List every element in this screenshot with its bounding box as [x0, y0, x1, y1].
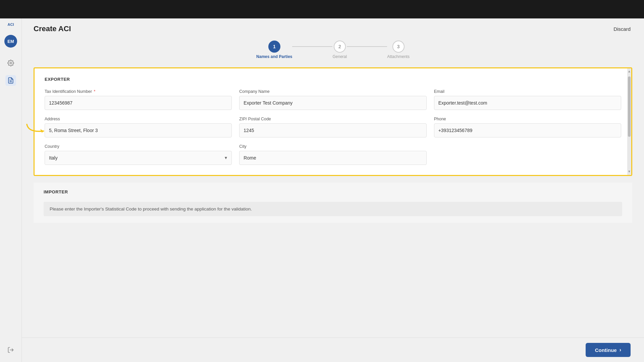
stepper: 1 Names and Parties 2 General 3 Attachme…	[22, 37, 644, 67]
zip-label: ZIP/ Postal Code	[239, 117, 426, 121]
discard-button[interactable]: Discard	[613, 26, 631, 32]
email-input[interactable]	[434, 96, 621, 110]
city-label: City	[239, 144, 426, 149]
sidebar-icon-settings[interactable]	[5, 58, 16, 68]
scrollbar-thumb	[628, 76, 631, 137]
company-name-group: Company Name	[239, 89, 426, 110]
step-1-circle: 1	[268, 41, 280, 53]
exporter-row-3: Country Italy France Germany Spain ▼	[45, 144, 621, 165]
phone-group: Phone	[434, 117, 621, 137]
tax-id-label: Tax Identification Number *	[45, 89, 232, 94]
step-3-circle: 3	[392, 41, 405, 53]
step-1[interactable]: 1 Names and Parties	[256, 41, 292, 59]
form-scroll-area: EXPORTER ▲ ▼ Tax Identification Number *	[22, 67, 644, 338]
email-group: Email	[434, 89, 621, 110]
country-label: Country	[45, 144, 232, 149]
zip-input[interactable]	[239, 123, 426, 137]
scrollbar-arrow-down[interactable]: ▼	[627, 170, 631, 173]
sidebar-icon-documents[interactable]	[5, 75, 16, 86]
step-2-label: General	[332, 54, 347, 59]
company-name-label: Company Name	[239, 89, 426, 94]
page-title: Create ACI	[34, 24, 71, 33]
city-group: City	[239, 144, 426, 165]
continue-label: Continue	[595, 347, 617, 353]
avatar: EM	[4, 35, 17, 48]
exporter-row-1: Tax Identification Number * Company Name…	[45, 89, 621, 110]
country-group: Country Italy France Germany Spain ▼	[45, 144, 232, 165]
email-label: Email	[434, 89, 621, 94]
country-select[interactable]: Italy France Germany Spain	[45, 151, 232, 165]
city-input[interactable]	[239, 151, 426, 165]
page-footer: Continue ›	[22, 338, 644, 362]
country-select-wrapper: Italy France Germany Spain ▼	[45, 151, 232, 165]
required-star: *	[93, 89, 95, 94]
step-3-label: Attachments	[387, 54, 410, 59]
tax-id-group: Tax Identification Number *	[45, 89, 232, 110]
aci-label: ACI	[8, 22, 14, 26]
exporter-section: EXPORTER ▲ ▼ Tax Identification Number *	[34, 67, 632, 176]
importer-notice: Please enter the Importer's Statistical …	[44, 202, 622, 216]
step-2-circle: 2	[334, 41, 346, 53]
exporter-title: EXPORTER	[45, 77, 621, 82]
phone-input[interactable]	[434, 123, 621, 137]
chevron-right-icon: ›	[620, 347, 621, 353]
company-name-input[interactable]	[239, 96, 426, 110]
svg-point-0	[10, 62, 12, 64]
step-3[interactable]: 3 Attachments	[387, 41, 410, 59]
address-label: Address	[45, 117, 232, 121]
scrollbar-arrow-up[interactable]: ▲	[627, 68, 631, 73]
address-input[interactable]	[45, 123, 232, 137]
importer-title: IMPORTER	[44, 189, 622, 194]
sidebar-icon-logout[interactable]	[5, 345, 16, 355]
address-group: Address	[45, 117, 232, 137]
step-2[interactable]: 2 General	[332, 41, 347, 59]
exporter-row-2: Address ZIP/ Postal Code Phone	[45, 117, 621, 137]
continue-button[interactable]: Continue ›	[586, 343, 631, 357]
card-scrollbar[interactable]: ▲ ▼	[627, 68, 631, 175]
step-line-1-2	[292, 46, 332, 47]
zip-group: ZIP/ Postal Code	[239, 117, 426, 137]
importer-section: IMPORTER Please enter the Importer's Sta…	[34, 183, 632, 223]
step-1-label: Names and Parties	[256, 54, 292, 59]
arrow-annotation	[25, 121, 52, 137]
phone-label: Phone	[434, 117, 621, 121]
tax-id-input[interactable]	[45, 96, 232, 110]
step-line-2-3	[347, 46, 387, 47]
